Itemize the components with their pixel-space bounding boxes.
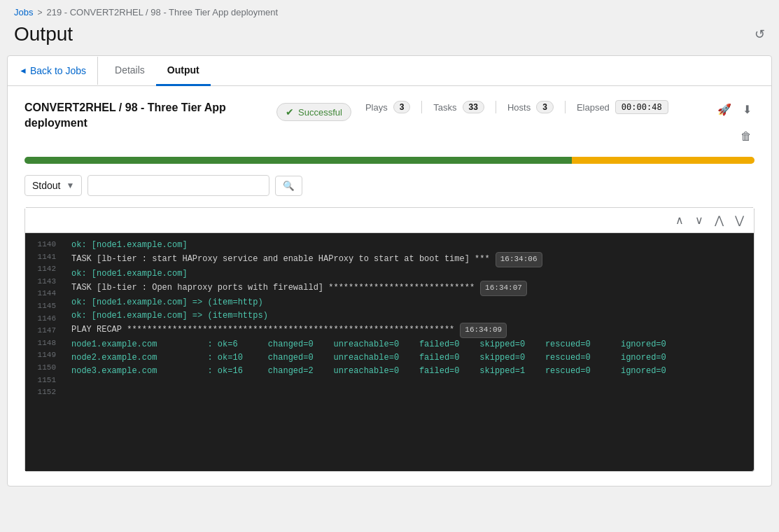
scroll-top-button[interactable]: ⋀ bbox=[710, 212, 728, 228]
line-number: 1150 bbox=[25, 362, 63, 374]
tab-details[interactable]: Details bbox=[104, 56, 156, 86]
download-icon[interactable]: ⬇ bbox=[740, 100, 755, 119]
output-area: ∧ ∨ ⋀ ⋁ 11401141114211431144114511461147… bbox=[24, 207, 755, 472]
main-card: ◄ Back to Jobs Details Output CONVERT2RH… bbox=[7, 55, 772, 486]
rocket-icon[interactable]: 🚀 bbox=[715, 100, 734, 119]
scroll-up-button[interactable]: ∧ bbox=[671, 212, 688, 228]
back-to-jobs-label: Back to Jobs bbox=[30, 65, 86, 76]
history-icon[interactable]: ↺ bbox=[755, 27, 765, 42]
search-input[interactable] bbox=[87, 175, 269, 196]
dropdown-arrow-icon: ▼ bbox=[66, 181, 74, 190]
line-number: 1151 bbox=[25, 374, 63, 387]
line: TASK [lb-tier : start HAProxy service an… bbox=[71, 252, 745, 267]
hosts-count: 3 bbox=[536, 101, 554, 113]
job-stats: Plays 3 Tasks 33 Hosts 3 Elapsed 00:00:4… bbox=[365, 100, 701, 114]
job-title: CONVERT2RHEL / 98 - Three Tier App deplo… bbox=[24, 100, 262, 132]
time-badge: 16:34:09 bbox=[460, 323, 507, 338]
elapsed-value: 00:00:48 bbox=[615, 100, 668, 114]
stdout-label: Stdout bbox=[32, 180, 60, 191]
line: PLAY RECAP *****************************… bbox=[71, 323, 745, 338]
plays-count: 3 bbox=[393, 101, 411, 113]
line: ok: [node1.example.com] bbox=[71, 267, 745, 281]
output-controls: ∧ ∨ ⋀ ⋁ bbox=[25, 208, 754, 233]
line: node1.example.com : ok=6 changed=0 unrea… bbox=[71, 338, 745, 351]
line: node2.example.com : ok=10 changed=0 unre… bbox=[71, 351, 745, 365]
line-number: 1149 bbox=[25, 349, 63, 362]
line-numbers: 1140114111421143114411451146114711481149… bbox=[25, 233, 63, 471]
elapsed-label: Elapsed bbox=[577, 102, 610, 113]
trash-icon[interactable]: 🗑 bbox=[738, 127, 755, 146]
line: ok: [node1.example.com] bbox=[71, 239, 745, 252]
scroll-down-button[interactable]: ∨ bbox=[691, 212, 708, 228]
line-number: 1148 bbox=[25, 337, 63, 350]
progress-yellow bbox=[572, 157, 755, 164]
line-number: 1147 bbox=[25, 325, 63, 337]
time-badge: 16:34:06 bbox=[496, 252, 542, 267]
search-button[interactable]: 🔍 bbox=[275, 176, 302, 196]
plays-label: Plays bbox=[365, 102, 388, 113]
stat-tasks: Tasks 33 bbox=[422, 101, 496, 113]
back-to-jobs-tab[interactable]: ◄ Back to Jobs bbox=[19, 57, 98, 85]
job-actions: 🚀 ⬇ 🗑 bbox=[715, 100, 755, 146]
job-status: ✔ Successful bbox=[276, 103, 351, 121]
page-wrapper: Jobs > 219 - CONVERT2RHEL / 98 - Three T… bbox=[0, 0, 779, 532]
breadcrumb-jobs-link[interactable]: Jobs bbox=[14, 7, 33, 18]
stat-elapsed: Elapsed 00:00:48 bbox=[566, 100, 680, 114]
scroll-bottom-button[interactable]: ⋁ bbox=[731, 212, 748, 228]
tasks-label: Tasks bbox=[433, 102, 456, 113]
progress-green bbox=[24, 157, 572, 164]
check-icon: ✔ bbox=[286, 106, 294, 118]
line-number: 1142 bbox=[25, 263, 63, 276]
line-number: 1140 bbox=[25, 239, 63, 251]
line: ok: [node1.example.com] => (item=https) bbox=[71, 309, 745, 323]
tasks-count: 33 bbox=[463, 101, 484, 113]
line-number: 1145 bbox=[25, 300, 63, 313]
page-title: Output bbox=[14, 23, 73, 46]
breadcrumb-current: 219 - CONVERT2RHEL / 98 - Three Tier App… bbox=[46, 7, 278, 18]
line-number: 1146 bbox=[25, 313, 63, 326]
line-number: 1141 bbox=[25, 251, 63, 264]
breadcrumb-sep: > bbox=[37, 8, 42, 18]
filter-bar: Stdout ▼ 🔍 bbox=[8, 175, 771, 207]
time-badge: 16:34:07 bbox=[480, 281, 527, 296]
progress-bar bbox=[24, 157, 755, 164]
line: TASK [lb-tier : Open haproxy ports with … bbox=[71, 281, 745, 296]
status-badge: ✔ Successful bbox=[276, 103, 351, 121]
line-number: 1152 bbox=[25, 386, 63, 399]
back-arrow-icon: ◄ bbox=[19, 66, 27, 76]
line-content-container: ok: [node1.example.com]TASK [lb-tier : s… bbox=[63, 233, 754, 471]
progress-bar-container bbox=[8, 157, 771, 175]
line-number: 1143 bbox=[25, 276, 63, 288]
search-icon: 🔍 bbox=[283, 181, 295, 191]
tabs-bar: ◄ Back to Jobs Details Output bbox=[8, 56, 771, 86]
breadcrumb: Jobs > 219 - CONVERT2RHEL / 98 - Three T… bbox=[0, 0, 779, 20]
action-icons-row: 🚀 ⬇ bbox=[715, 100, 755, 119]
output-content[interactable]: 1140114111421143114411451146114711481149… bbox=[25, 233, 754, 471]
line-number: 1144 bbox=[25, 288, 63, 300]
job-header: CONVERT2RHEL / 98 - Three Tier App deplo… bbox=[8, 86, 771, 157]
line: node3.example.com : ok=16 changed=2 unre… bbox=[71, 365, 745, 378]
stat-plays: Plays 3 bbox=[365, 101, 422, 113]
line: ok: [node1.example.com] => (item=http) bbox=[71, 296, 745, 309]
status-label: Successful bbox=[298, 107, 342, 118]
stdout-select[interactable]: Stdout ▼ bbox=[24, 175, 82, 196]
tab-output[interactable]: Output bbox=[156, 56, 211, 86]
page-title-area: Output ↺ bbox=[0, 20, 779, 55]
hosts-label: Hosts bbox=[507, 102, 531, 113]
stat-hosts: Hosts 3 bbox=[496, 101, 566, 113]
